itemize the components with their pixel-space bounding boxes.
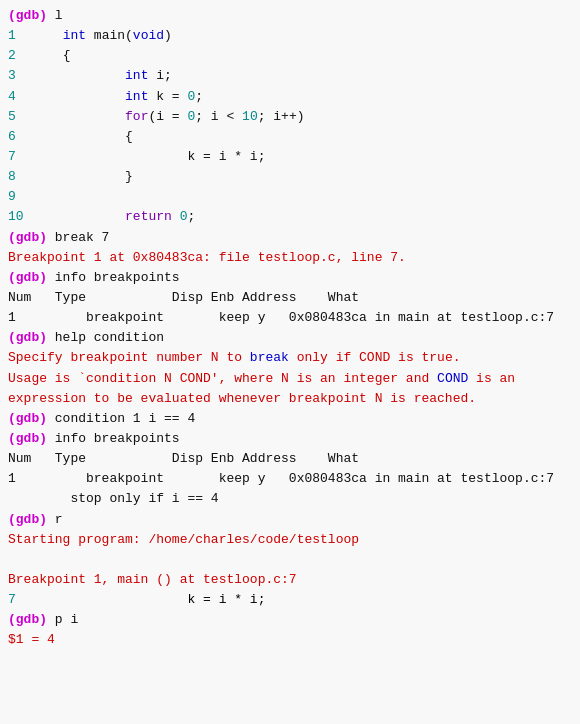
line-starting-program: Starting program: /home/charles/code/tes… [8, 530, 572, 550]
line-gdb-l: (gdb) l [8, 6, 572, 26]
code-line-10: 10 return 0; [8, 207, 572, 227]
line-gdb-help-condition: (gdb) help condition [8, 328, 572, 348]
code-line-6: 6 { [8, 127, 572, 147]
line-gdb-info1: (gdb) info breakpoints [8, 268, 572, 288]
code-line-1: 1 int main(void) [8, 26, 572, 46]
line-gdb-break7: (gdb) break 7 [8, 228, 572, 248]
line-code-7: 7 k = i * i; [8, 590, 572, 610]
line-gdb-r: (gdb) r [8, 510, 572, 530]
line-gdb-pi: (gdb) p i [8, 610, 572, 630]
line-bp-header1: Num Type Disp Enb Address What [8, 288, 572, 308]
line-help-3: expression to be evaluated whenever brea… [8, 389, 572, 409]
code-line-3: 3 int i; [8, 66, 572, 86]
line-breakpoint-hit: Breakpoint 1, main () at testloop.c:7 [8, 570, 572, 590]
line-breakpoint-info: Breakpoint 1 at 0x80483ca: file testloop… [8, 248, 572, 268]
code-line-2: 2 { [8, 46, 572, 66]
code-line-7: 7 k = i * i; [8, 147, 572, 167]
line-bp-header2: Num Type Disp Enb Address What [8, 449, 572, 469]
terminal: (gdb) l 1 int main(void) 2 { 3 int i; 4 … [0, 0, 580, 724]
line-bp-row2: 1 breakpoint keep y 0x080483ca in main a… [8, 469, 572, 489]
line-help-1: Specify breakpoint number N to break onl… [8, 348, 572, 368]
line-blank1 [8, 550, 572, 570]
line-stop-only: stop only if i == 4 [8, 489, 572, 509]
code-line-4: 4 int k = 0; [8, 87, 572, 107]
line-bp-row1: 1 breakpoint keep y 0x080483ca in main a… [8, 308, 572, 328]
code-line-8: 8 } [8, 167, 572, 187]
line-gdb-condition: (gdb) condition 1 i == 4 [8, 409, 572, 429]
line-result-i: $1 = 4 [8, 630, 572, 650]
code-line-9: 9 [8, 187, 572, 207]
line-gdb-info2: (gdb) info breakpoints [8, 429, 572, 449]
line-help-2: Usage is `condition N COND', where N is … [8, 369, 572, 389]
code-line-5: 5 for(i = 0; i < 10; i++) [8, 107, 572, 127]
